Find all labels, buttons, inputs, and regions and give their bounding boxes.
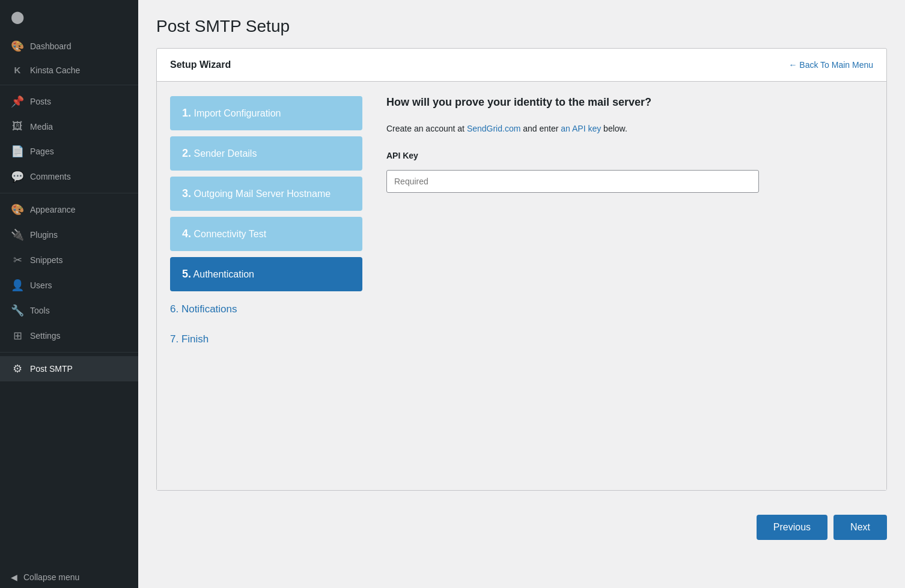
step-1-num: 1. (182, 107, 191, 119)
sidebar-item-tools[interactable]: 🔧 Tools (0, 298, 138, 323)
wp-logo-icon: ⬤ (11, 10, 24, 24)
api-key-link[interactable]: an API key (561, 124, 601, 133)
plugins-icon: 🔌 (11, 228, 24, 241)
desc-prefix: Create an account at (386, 124, 467, 133)
step-question: How will you prove your identity to the … (386, 96, 873, 109)
pages-icon: 📄 (11, 145, 24, 158)
sidebar-label-post-smtp: Post SMTP (30, 364, 73, 374)
sidebar-label-dashboard: Dashboard (30, 41, 72, 51)
sidebar-label-users: Users (30, 280, 52, 290)
sidebar-item-snippets[interactable]: ✂ Snippets (0, 247, 138, 273)
sendgrid-link[interactable]: SendGrid.com (467, 124, 520, 133)
step-1-button[interactable]: 1. Import Configuration (170, 96, 362, 130)
step-2-num: 2. (182, 147, 191, 159)
wizard-body: 1. Import Configuration 2. Sender Detail… (157, 82, 886, 490)
sidebar: ⬤ 🎨 Dashboard K Kinsta Cache 📌 Posts 🖼 M… (0, 0, 138, 588)
step-2-label: Sender Details (193, 148, 257, 159)
users-icon: 👤 (11, 279, 24, 292)
steps-list: 1. Import Configuration 2. Sender Detail… (170, 96, 362, 476)
settings-icon: ⊞ (11, 329, 24, 342)
card-header: Setup Wizard ← Back To Main Menu (157, 49, 886, 82)
step-5-button[interactable]: 5. Authentication (170, 257, 362, 291)
step-5-label: Authentication (193, 269, 254, 279)
post-smtp-icon: ⚙ (11, 362, 24, 375)
step-3-num: 3. (182, 187, 191, 199)
collapse-label: Collapse menu (23, 572, 79, 582)
previous-button[interactable]: Previous (757, 515, 827, 540)
comments-icon: 💬 (11, 170, 24, 183)
step-6-link[interactable]: 6. Notifications (170, 297, 362, 321)
step-1-label: Import Configuration (193, 108, 281, 118)
snippets-icon: ✂ (11, 253, 24, 267)
sidebar-item-appearance[interactable]: 🎨 Appearance (0, 197, 138, 222)
media-icon: 🖼 (11, 120, 24, 133)
sidebar-label-tools: Tools (30, 306, 50, 315)
kinsta-icon: K (11, 65, 24, 75)
sidebar-label-pages: Pages (30, 147, 54, 156)
desc-suffix: below. (601, 124, 627, 133)
sidebar-logo: ⬤ (0, 0, 138, 34)
dashboard-icon: 🎨 (11, 40, 24, 53)
sidebar-item-media[interactable]: 🖼 Media (0, 114, 138, 139)
step-4-button[interactable]: 4. Connectivity Test (170, 217, 362, 251)
sidebar-item-settings[interactable]: ⊞ Settings (0, 323, 138, 348)
step-7-link[interactable]: 7. Finish (170, 327, 362, 351)
sidebar-label-comments: Comments (30, 172, 71, 181)
step-4-label: Connectivity Test (193, 229, 266, 239)
sidebar-label-appearance: Appearance (30, 205, 76, 214)
collapse-icon: ◀ (11, 572, 17, 582)
desc-middle: and enter (520, 124, 561, 133)
step-2-button[interactable]: 2. Sender Details (170, 136, 362, 171)
step-description: Create an account at SendGrid.com and en… (386, 122, 873, 135)
sidebar-item-pages[interactable]: 📄 Pages (0, 139, 138, 164)
sidebar-label-media: Media (30, 122, 53, 132)
card-header-title: Setup Wizard (170, 59, 231, 70)
sidebar-item-posts[interactable]: 📌 Posts (0, 89, 138, 114)
sidebar-label-snippets: Snippets (30, 255, 62, 265)
step-6-label: Notifications (181, 303, 237, 315)
sidebar-item-dashboard[interactable]: 🎨 Dashboard (0, 34, 138, 59)
api-key-input[interactable] (386, 170, 759, 193)
sidebar-label-settings: Settings (30, 331, 61, 341)
sidebar-item-kinsta-cache[interactable]: K Kinsta Cache (0, 59, 138, 81)
step-4-num: 4. (182, 228, 191, 240)
api-key-label: API Key (386, 151, 873, 160)
sidebar-item-plugins[interactable]: 🔌 Plugins (0, 222, 138, 247)
step-3-button[interactable]: 3. Outgoing Mail Server Hostname (170, 177, 362, 211)
main-content: Post SMTP Setup Setup Wizard ← Back To M… (138, 0, 905, 588)
sidebar-item-users[interactable]: 👤 Users (0, 273, 138, 298)
sidebar-item-post-smtp[interactable]: ⚙ Post SMTP (0, 356, 138, 381)
collapse-menu[interactable]: ◀ Collapse menu (0, 566, 138, 588)
sidebar-item-comments[interactable]: 💬 Comments (0, 164, 138, 189)
next-button[interactable]: Next (833, 515, 887, 540)
sidebar-label-kinsta-cache: Kinsta Cache (30, 65, 80, 75)
page-title: Post SMTP Setup (156, 17, 887, 36)
step-5-num: 5. (182, 268, 191, 280)
appearance-icon: 🎨 (11, 203, 24, 216)
sidebar-label-posts: Posts (30, 97, 51, 106)
step-7-num: 7. (170, 333, 181, 345)
step-content-area: How will you prove your identity to the … (386, 96, 873, 476)
posts-icon: 📌 (11, 95, 24, 108)
sidebar-label-plugins: Plugins (30, 230, 58, 240)
back-to-main-menu-link[interactable]: ← Back To Main Menu (788, 60, 873, 70)
step-7-label: Finish (181, 333, 209, 345)
setup-wizard-card: Setup Wizard ← Back To Main Menu 1. Impo… (156, 48, 887, 491)
step-3-label: Outgoing Mail Server Hostname (193, 189, 331, 199)
step-6-num: 6. (170, 303, 181, 315)
wizard-footer: Previous Next (156, 503, 887, 546)
tools-icon: 🔧 (11, 304, 24, 317)
